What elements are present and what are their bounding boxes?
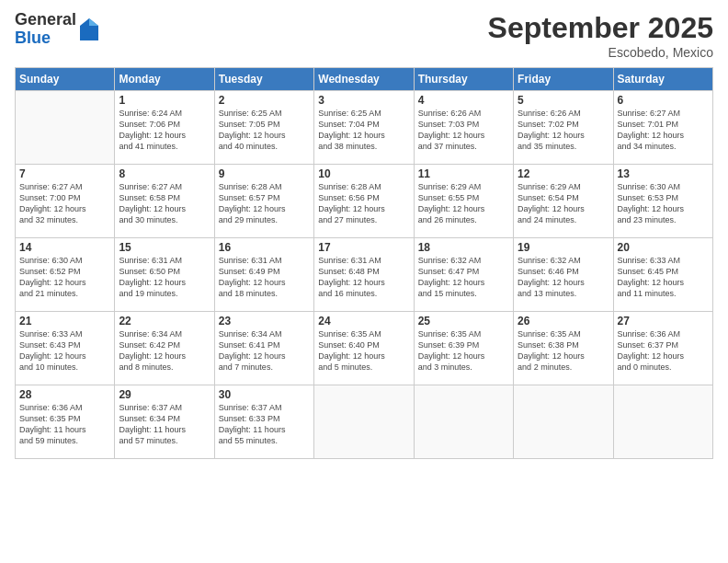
cell-info: Sunrise: 6:34 AMSunset: 6:42 PMDaylight:… xyxy=(119,328,210,373)
cell-info: Sunrise: 6:26 AMSunset: 7:02 PMDaylight:… xyxy=(518,108,609,153)
calendar-header-sunday: Sunday xyxy=(16,68,115,91)
calendar-cell xyxy=(16,91,115,165)
day-number: 6 xyxy=(618,94,709,107)
location: Escobedo, Mexico xyxy=(488,45,713,60)
calendar-header-thursday: Thursday xyxy=(414,68,513,91)
calendar-header-friday: Friday xyxy=(514,68,613,91)
day-number: 18 xyxy=(418,241,509,254)
day-number: 1 xyxy=(119,94,210,107)
day-number: 14 xyxy=(19,241,110,254)
day-number: 25 xyxy=(418,315,509,327)
cell-info: Sunrise: 6:31 AMSunset: 6:50 PMDaylight:… xyxy=(119,255,210,300)
calendar-cell: 20Sunrise: 6:33 AMSunset: 6:45 PMDayligh… xyxy=(613,238,712,312)
calendar-cell: 7Sunrise: 6:27 AMSunset: 7:00 PMDaylight… xyxy=(16,165,115,238)
cell-info: Sunrise: 6:35 AMSunset: 6:40 PMDaylight:… xyxy=(318,328,409,373)
day-number: 20 xyxy=(618,241,709,254)
day-number: 9 xyxy=(219,167,310,180)
calendar-cell xyxy=(414,385,513,459)
calendar-week-row-5: 28Sunrise: 6:36 AMSunset: 6:35 PMDayligh… xyxy=(16,385,713,459)
logo-text: General Blue xyxy=(15,11,76,48)
calendar-cell: 19Sunrise: 6:32 AMSunset: 6:46 PMDayligh… xyxy=(514,238,613,312)
cell-info: Sunrise: 6:31 AMSunset: 6:48 PMDaylight:… xyxy=(318,255,409,300)
calendar-cell xyxy=(613,385,712,459)
day-number: 7 xyxy=(19,167,110,180)
day-number: 2 xyxy=(219,94,310,107)
logo: General Blue xyxy=(15,11,100,48)
calendar-cell: 5Sunrise: 6:26 AMSunset: 7:02 PMDaylight… xyxy=(514,91,613,165)
cell-info: Sunrise: 6:27 AMSunset: 7:00 PMDaylight:… xyxy=(19,181,110,226)
calendar-week-row-1: 1Sunrise: 6:24 AMSunset: 7:06 PMDaylight… xyxy=(16,91,713,165)
day-number: 17 xyxy=(318,241,409,254)
calendar-cell: 2Sunrise: 6:25 AMSunset: 7:05 PMDaylight… xyxy=(214,91,313,165)
cell-info: Sunrise: 6:33 AMSunset: 6:45 PMDaylight:… xyxy=(618,255,709,300)
cell-info: Sunrise: 6:36 AMSunset: 6:35 PMDaylight:… xyxy=(19,402,110,447)
cell-info: Sunrise: 6:33 AMSunset: 6:43 PMDaylight:… xyxy=(19,328,110,373)
cell-info: Sunrise: 6:25 AMSunset: 7:04 PMDaylight:… xyxy=(318,108,409,153)
day-number: 3 xyxy=(318,94,409,107)
calendar-cell: 17Sunrise: 6:31 AMSunset: 6:48 PMDayligh… xyxy=(314,238,414,312)
calendar-cell: 4Sunrise: 6:26 AMSunset: 7:03 PMDaylight… xyxy=(414,91,513,165)
logo-icon xyxy=(78,17,100,42)
calendar-week-row-3: 14Sunrise: 6:30 AMSunset: 6:52 PMDayligh… xyxy=(16,238,713,312)
calendar-cell: 1Sunrise: 6:24 AMSunset: 7:06 PMDaylight… xyxy=(115,91,214,165)
cell-info: Sunrise: 6:30 AMSunset: 6:52 PMDaylight:… xyxy=(19,255,110,300)
day-number: 8 xyxy=(119,167,210,180)
calendar-cell: 24Sunrise: 6:35 AMSunset: 6:40 PMDayligh… xyxy=(314,312,414,385)
day-number: 12 xyxy=(518,167,609,180)
cell-info: Sunrise: 6:28 AMSunset: 6:56 PMDaylight:… xyxy=(318,181,409,226)
calendar-header-wednesday: Wednesday xyxy=(314,68,414,91)
day-number: 23 xyxy=(219,315,310,327)
calendar-cell: 29Sunrise: 6:37 AMSunset: 6:34 PMDayligh… xyxy=(115,385,214,459)
calendar-cell: 28Sunrise: 6:36 AMSunset: 6:35 PMDayligh… xyxy=(16,385,115,459)
calendar-cell: 10Sunrise: 6:28 AMSunset: 6:56 PMDayligh… xyxy=(314,165,414,238)
day-number: 30 xyxy=(219,388,310,401)
calendar-cell: 11Sunrise: 6:29 AMSunset: 6:55 PMDayligh… xyxy=(414,165,513,238)
cell-info: Sunrise: 6:31 AMSunset: 6:49 PMDaylight:… xyxy=(219,255,310,300)
calendar-week-row-4: 21Sunrise: 6:33 AMSunset: 6:43 PMDayligh… xyxy=(16,312,713,385)
calendar-cell: 9Sunrise: 6:28 AMSunset: 6:57 PMDaylight… xyxy=(214,165,313,238)
cell-info: Sunrise: 6:37 AMSunset: 6:33 PMDaylight:… xyxy=(219,402,310,447)
calendar-cell xyxy=(314,385,414,459)
calendar-cell: 8Sunrise: 6:27 AMSunset: 6:58 PMDaylight… xyxy=(115,165,214,238)
cell-info: Sunrise: 6:30 AMSunset: 6:53 PMDaylight:… xyxy=(618,181,709,226)
calendar-cell: 18Sunrise: 6:32 AMSunset: 6:47 PMDayligh… xyxy=(414,238,513,312)
cell-info: Sunrise: 6:35 AMSunset: 6:38 PMDaylight:… xyxy=(518,328,609,373)
day-number: 19 xyxy=(518,241,609,254)
day-number: 13 xyxy=(618,167,709,180)
calendar-header-row: SundayMondayTuesdayWednesdayThursdayFrid… xyxy=(16,68,713,91)
calendar-cell: 16Sunrise: 6:31 AMSunset: 6:49 PMDayligh… xyxy=(214,238,313,312)
cell-info: Sunrise: 6:35 AMSunset: 6:39 PMDaylight:… xyxy=(418,328,509,373)
page: General Blue September 2025 Escobedo, Me… xyxy=(0,0,728,563)
calendar-cell xyxy=(514,385,613,459)
day-number: 16 xyxy=(219,241,310,254)
calendar-cell: 25Sunrise: 6:35 AMSunset: 6:39 PMDayligh… xyxy=(414,312,513,385)
day-number: 29 xyxy=(119,388,210,401)
calendar-cell: 27Sunrise: 6:36 AMSunset: 6:37 PMDayligh… xyxy=(613,312,712,385)
calendar-cell: 13Sunrise: 6:30 AMSunset: 6:53 PMDayligh… xyxy=(613,165,712,238)
day-number: 10 xyxy=(318,167,409,180)
logo-blue: Blue xyxy=(15,29,76,48)
day-number: 15 xyxy=(119,241,210,254)
calendar-header-saturday: Saturday xyxy=(613,68,712,91)
cell-info: Sunrise: 6:27 AMSunset: 6:58 PMDaylight:… xyxy=(119,181,210,226)
cell-info: Sunrise: 6:32 AMSunset: 6:47 PMDaylight:… xyxy=(418,255,509,300)
cell-info: Sunrise: 6:26 AMSunset: 7:03 PMDaylight:… xyxy=(418,108,509,153)
cell-info: Sunrise: 6:36 AMSunset: 6:37 PMDaylight:… xyxy=(618,328,709,373)
logo-general: General xyxy=(15,11,76,29)
cell-info: Sunrise: 6:34 AMSunset: 6:41 PMDaylight:… xyxy=(219,328,310,373)
day-number: 4 xyxy=(418,94,509,107)
calendar-cell: 22Sunrise: 6:34 AMSunset: 6:42 PMDayligh… xyxy=(115,312,214,385)
calendar-table: SundayMondayTuesdayWednesdayThursdayFrid… xyxy=(15,67,713,459)
day-number: 22 xyxy=(119,315,210,327)
cell-info: Sunrise: 6:28 AMSunset: 6:57 PMDaylight:… xyxy=(219,181,310,226)
svg-marker-1 xyxy=(89,18,98,26)
calendar-header-monday: Monday xyxy=(115,68,214,91)
cell-info: Sunrise: 6:29 AMSunset: 6:54 PMDaylight:… xyxy=(518,181,609,226)
day-number: 27 xyxy=(618,315,709,327)
calendar-cell: 26Sunrise: 6:35 AMSunset: 6:38 PMDayligh… xyxy=(514,312,613,385)
calendar-cell: 23Sunrise: 6:34 AMSunset: 6:41 PMDayligh… xyxy=(214,312,313,385)
cell-info: Sunrise: 6:32 AMSunset: 6:46 PMDaylight:… xyxy=(518,255,609,300)
calendar-header-tuesday: Tuesday xyxy=(214,68,313,91)
calendar-cell: 12Sunrise: 6:29 AMSunset: 6:54 PMDayligh… xyxy=(514,165,613,238)
cell-info: Sunrise: 6:29 AMSunset: 6:55 PMDaylight:… xyxy=(418,181,509,226)
